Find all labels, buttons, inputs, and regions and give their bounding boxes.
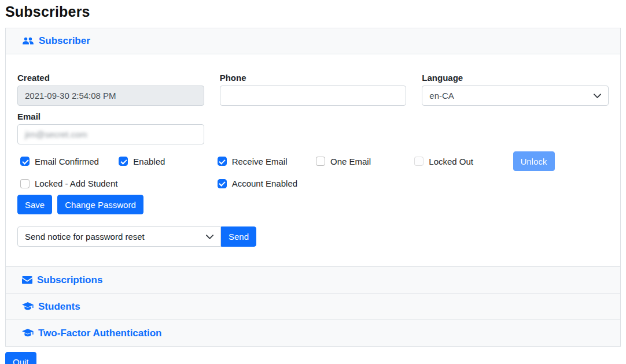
accordion-title: Subscriber	[39, 35, 90, 47]
enabled-label[interactable]: Enabled	[133, 157, 165, 166]
locked-out-label: Locked Out	[429, 157, 473, 166]
accordion-item-students: Students	[6, 293, 620, 320]
subscriber-panel: Created Phone Language en-CA	[6, 54, 620, 266]
check-locked-out: Locked Out	[411, 157, 510, 166]
check-one-email[interactable]: One Email	[313, 157, 411, 166]
email-confirmed-label[interactable]: Email Confirmed	[35, 157, 99, 166]
phone-field: Phone	[220, 73, 407, 106]
one-email-checkbox[interactable]	[316, 157, 325, 166]
check-enabled[interactable]: Enabled	[116, 157, 214, 166]
checkbox-row-2: Locked - Add Student Account Enabled	[17, 179, 609, 188]
accordion-item-subscriber: Subscriber Created Phone Language	[6, 28, 620, 266]
created-field: Created	[17, 73, 204, 106]
checkbox-row-1: Email Confirmed Enabled Receive Email On…	[17, 151, 609, 171]
check-email-confirmed[interactable]: Email Confirmed	[17, 157, 116, 166]
field-row-1: Created Phone Language en-CA	[17, 73, 609, 106]
check-receive-email[interactable]: Receive Email	[215, 157, 313, 166]
send-button[interactable]: Send	[221, 226, 256, 247]
page: Subscribers Subscriber Created	[0, 0, 626, 364]
created-input	[17, 86, 204, 106]
account-enabled-label[interactable]: Account Enabled	[232, 179, 297, 188]
enabled-checkbox[interactable]	[119, 157, 128, 166]
email-label: Email	[17, 112, 204, 121]
accordion-header-subscriber[interactable]: Subscriber	[6, 28, 620, 54]
accordion-title: Two-Factor Authentication	[38, 328, 161, 339]
users-icon	[22, 37, 34, 46]
accordion-header-subscriptions[interactable]: Subscriptions	[6, 267, 620, 293]
email-redacted-value: jim@secret.com	[25, 129, 87, 139]
locked-add-student-label[interactable]: Locked - Add Student	[35, 179, 117, 188]
phone-input[interactable]	[220, 86, 407, 106]
graduation-cap-icon	[22, 302, 34, 311]
unlock-cell: Unlock	[510, 151, 609, 171]
accordion: Subscriber Created Phone Language	[5, 28, 621, 347]
unlock-button[interactable]: Unlock	[513, 151, 555, 171]
save-button[interactable]: Save	[17, 195, 52, 214]
email-input[interactable]: jim@secret.com	[17, 124, 204, 144]
language-select[interactable]: en-CA	[422, 86, 609, 106]
email-confirmed-checkbox[interactable]	[20, 157, 30, 166]
language-field: Language en-CA	[422, 73, 609, 106]
check-locked-add-student[interactable]: Locked - Add Student	[17, 179, 215, 188]
notice-select[interactable]: Send notice for password reset	[17, 226, 221, 247]
footer: Quit	[5, 352, 621, 364]
receive-email-label[interactable]: Receive Email	[232, 157, 288, 166]
accordion-title: Subscriptions	[37, 274, 102, 286]
notice-selected-value: Send notice for password reset	[25, 232, 145, 242]
graduation-cap-icon	[22, 329, 34, 337]
accordion-header-students[interactable]: Students	[6, 294, 620, 320]
quit-button[interactable]: Quit	[5, 352, 36, 364]
accordion-header-two-factor[interactable]: Two-Factor Authentication	[6, 320, 620, 346]
account-enabled-checkbox[interactable]	[218, 179, 227, 188]
action-buttons: Save Change Password	[17, 195, 609, 214]
created-label: Created	[17, 73, 204, 83]
change-password-button[interactable]: Change Password	[57, 195, 143, 214]
receive-email-checkbox[interactable]	[218, 157, 227, 166]
accordion-title: Students	[38, 301, 80, 313]
field-row-2: Email jim@secret.com	[17, 112, 609, 144]
page-title: Subscribers	[5, 3, 621, 20]
language-label: Language	[422, 73, 609, 83]
send-notice-group: Send notice for password reset Send	[17, 226, 609, 247]
envelope-icon	[22, 276, 32, 284]
accordion-item-subscriptions: Subscriptions	[6, 266, 620, 293]
email-field: Email jim@secret.com	[17, 112, 204, 144]
accordion-item-two-factor: Two-Factor Authentication	[6, 320, 620, 346]
language-selected-value: en-CA	[429, 91, 454, 101]
phone-label: Phone	[220, 73, 407, 83]
locked-out-checkbox	[414, 157, 424, 166]
locked-add-student-checkbox[interactable]	[20, 179, 30, 188]
check-account-enabled[interactable]: Account Enabled	[215, 179, 313, 188]
one-email-label[interactable]: One Email	[330, 157, 371, 166]
